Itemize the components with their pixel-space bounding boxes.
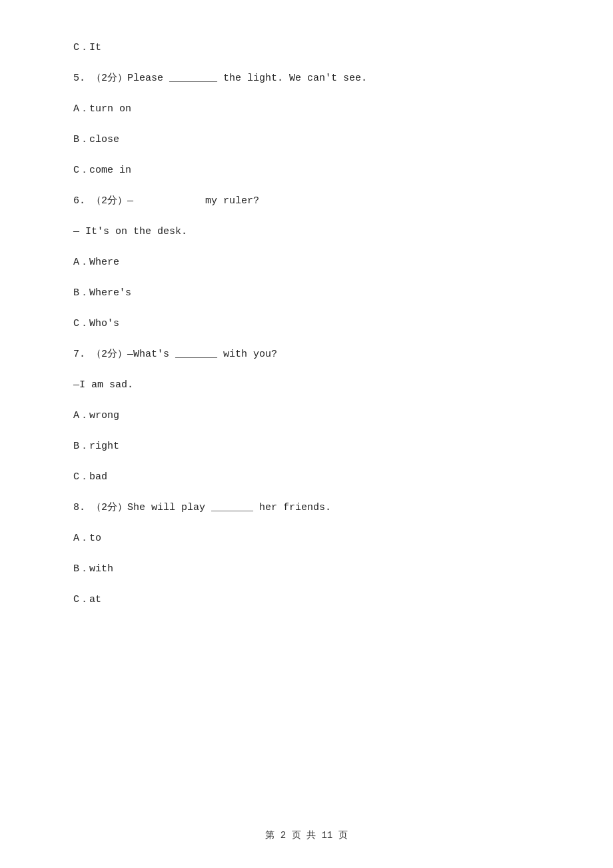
question-7: 7. （2分）—What's _______ with you? xyxy=(73,347,540,363)
q6c-text: C．Who's xyxy=(73,318,119,329)
q6-option-a: A．Where xyxy=(73,255,540,271)
q5b-text: B．close xyxy=(73,134,119,145)
q6-answer: — It's on the desk. xyxy=(73,224,540,240)
question-5: 5. （2分）Please ________ the light. We can… xyxy=(73,71,540,87)
page-footer: 第 2 页 共 11 页 xyxy=(0,829,613,841)
c-it-text: C．It xyxy=(73,42,101,53)
q7ans-text: —I am sad. xyxy=(73,379,133,391)
q5-text: 5. （2分）Please ________ the light. We can… xyxy=(73,73,367,84)
q6b-text: B．Where's xyxy=(73,287,131,299)
q8a-text: A．to xyxy=(73,533,101,544)
q6-option-c: C．Who's xyxy=(73,316,540,332)
footer-text: 第 2 页 共 11 页 xyxy=(265,830,347,841)
q8-option-a: A．to xyxy=(73,531,540,547)
q5-option-a: A．turn on xyxy=(73,101,540,117)
q5-option-c: C．come in xyxy=(73,163,540,179)
question-8: 8. （2分）She will play _______ her friends… xyxy=(73,500,540,516)
q7b-text: B．right xyxy=(73,441,119,452)
q6ans-text: — It's on the desk. xyxy=(73,226,187,237)
q7-option-a: A．wrong xyxy=(73,408,540,424)
answer-c-it: C．It xyxy=(73,40,540,56)
q8-option-c: C．at xyxy=(73,592,540,608)
page-content: C．It 5. （2分）Please ________ the light. W… xyxy=(0,0,613,676)
q7-text: 7. （2分）—What's _______ with you? xyxy=(73,349,277,360)
q8-option-b: B．with xyxy=(73,561,540,577)
q6a-text: A．Where xyxy=(73,257,119,268)
q8-text: 8. （2分）She will play _______ her friends… xyxy=(73,502,331,513)
q5a-text: A．turn on xyxy=(73,103,131,115)
q8b-text: B．with xyxy=(73,563,113,575)
q7-option-c: C．bad xyxy=(73,469,540,485)
q7a-text: A．wrong xyxy=(73,410,119,421)
q7c-text: C．bad xyxy=(73,471,107,483)
q5c-text: C．come in xyxy=(73,165,131,176)
q7-answer: —I am sad. xyxy=(73,377,540,393)
q5-option-b: B．close xyxy=(73,132,540,148)
q8c-text: C．at xyxy=(73,594,101,605)
q6-option-b: B．Where's xyxy=(73,285,540,301)
q6-text: 6. （2分）— my ruler? xyxy=(73,195,259,207)
q7-option-b: B．right xyxy=(73,439,540,455)
question-6: 6. （2分）— my ruler? xyxy=(73,193,540,209)
